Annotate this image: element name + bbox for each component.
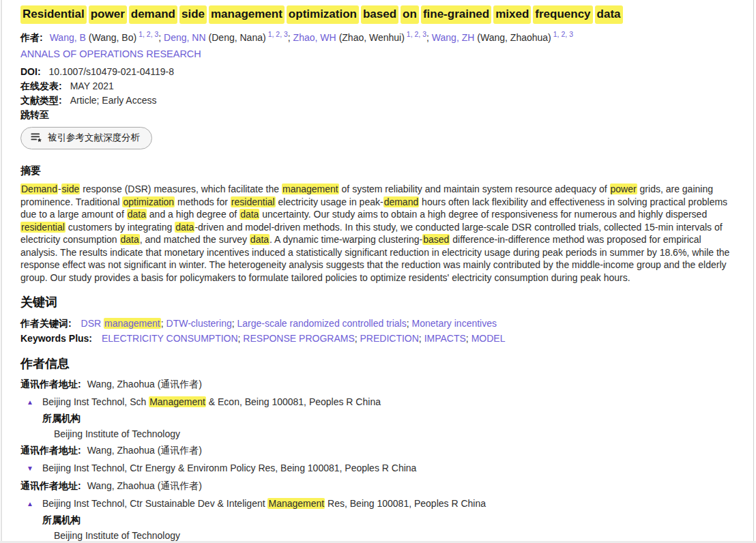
corresponding-address-label: 通讯作者地址:: [20, 379, 81, 390]
keyword-separator: ;: [161, 318, 166, 329]
author-affiliation-sup[interactable]: 1, 2, 3: [553, 30, 573, 38]
keyword-separator: ;: [232, 318, 237, 329]
highlighted-term: power: [610, 184, 637, 194]
collapse-triangle-icon[interactable]: ▲: [27, 396, 35, 409]
address-row: ▲Beijing Inst Technol, Ctr Sustainable D…: [20, 497, 734, 510]
author-information-heading: 作者信息: [20, 355, 734, 372]
author-keywords-label: 作者关键词:: [20, 318, 72, 329]
highlighted-term: demand: [383, 196, 420, 207]
citation-analysis-button[interactable]: 被引参考文献深度分析: [20, 127, 152, 149]
highlighted-term: management: [282, 184, 339, 194]
author-affiliation-sup[interactable]: 1, 2, 3: [268, 30, 288, 38]
text-segment: Beijing Inst Technol, Ctr Energy & Envir…: [42, 463, 416, 473]
address-row: ▲Beijing Inst Technol, Sch Management & …: [20, 396, 734, 409]
keywords-plus-link[interactable]: RESPONSE PROGRAMS: [243, 333, 354, 344]
field-value: 10.1007/s10479-021-04119-8: [49, 66, 174, 77]
highlighted-term: management: [104, 318, 161, 329]
article-record-card: Residentialpowerdemandsidemanagementopti…: [0, 0, 756, 543]
keywords-plus-link[interactable]: IMPACTS: [424, 333, 466, 344]
expand-triangle-icon[interactable]: ▼: [27, 462, 35, 475]
title-word: frequency: [533, 5, 592, 24]
address-text: Beijing Inst Technol, Ctr Sustainable De…: [42, 498, 486, 509]
highlighted-term: optimization: [122, 196, 175, 207]
author-separator: ;: [158, 32, 164, 43]
keyword-separator: ;: [419, 333, 424, 344]
address-text: Beijing Inst Technol, Ctr Energy & Envir…: [42, 463, 416, 473]
right-edge-divider: [753, 0, 754, 543]
corresponding-address-row: 通讯作者地址:Wang, Zhaohua (通讯作者): [20, 444, 734, 457]
collapse-triangle-icon[interactable]: ▲: [27, 497, 35, 510]
text-segment: Beijing Inst Technol, Sch: [42, 396, 149, 407]
address-text: Beijing Inst Technol, Sch Management & E…: [42, 396, 381, 407]
highlighted-term: based: [422, 234, 450, 245]
journal-name[interactable]: ANNALS OF OPERATIONS RESEARCH: [20, 48, 201, 59]
list-star-icon: [31, 132, 42, 143]
meta-fields: DOI:10.1007/s10479-021-04119-8在线发表:MAY 2…: [20, 65, 734, 107]
text-segment: , and matched the survey: [140, 234, 250, 245]
author-affiliation-sup[interactable]: 1, 2, 3: [139, 30, 158, 38]
corresponding-author-name: Wang, Zhaohua (通讯作者): [87, 480, 202, 491]
author-full-name: (Wang, Bo): [89, 32, 136, 43]
author-full-name: (Wang, Zhaohua): [477, 32, 551, 43]
jump-to-label: 跳转至: [20, 108, 734, 121]
highlighted-term: data: [175, 222, 194, 233]
highlighted-term: data: [120, 234, 140, 245]
author-keyword-link[interactable]: DTW-clustering: [166, 318, 232, 329]
text-segment: uncertainty. Our study aims to obtain a …: [259, 209, 707, 220]
keywords-heading: 关键词: [20, 294, 734, 310]
text-segment: DSR: [81, 318, 104, 329]
title-word: demand: [129, 5, 177, 24]
field-label: DOI:: [20, 66, 41, 77]
corresponding-address-row: 通讯作者地址:Wang, Zhaohua (通讯作者): [20, 378, 734, 391]
abstract-heading: 摘要: [20, 164, 734, 177]
keyword-separator: ;: [355, 333, 360, 344]
author-separator: ;: [288, 32, 293, 43]
keywords-plus-link[interactable]: PREDICTION: [360, 333, 419, 344]
author-link[interactable]: Wang, B: [50, 32, 86, 43]
corresponding-address-label: 通讯作者地址:: [20, 480, 81, 491]
author-keyword-link[interactable]: DSR management: [81, 318, 161, 329]
meta-field-row: DOI:10.1007/s10479-021-04119-8: [20, 65, 734, 78]
authors-label: 作者:: [20, 32, 43, 43]
author-keywords-row: 作者关键词: DSR management; DTW-clustering; L…: [20, 317, 734, 330]
corresponding-address-row: 通讯作者地址:Wang, Zhaohua (通讯作者): [20, 480, 734, 493]
title-word: power: [89, 5, 127, 24]
text-segment: DTW-clustering: [166, 318, 232, 329]
citation-analysis-label: 被引参考文献深度分析: [48, 132, 140, 144]
text-segment: methods for: [175, 196, 231, 207]
keywords-plus-link[interactable]: ELECTRICITY CONSUMPTION: [102, 333, 238, 344]
text-segment: of system reliability and maintain syste…: [339, 184, 610, 194]
highlighted-term: side: [61, 184, 81, 194]
author-link[interactable]: Zhao, WH: [293, 32, 336, 43]
corresponding-author-name: Wang, Zhaohua (通讯作者): [87, 379, 202, 390]
author-keyword-link[interactable]: Monetary incentives: [412, 318, 497, 329]
keywords-plus-row: Keywords Plus: ELECTRICITY CONSUMPTION; …: [20, 332, 734, 345]
author-keyword-link[interactable]: Large-scale randomized controlled trials: [237, 318, 407, 329]
corresponding-author-name: Wang, Zhaohua (通讯作者): [87, 445, 202, 456]
highlighted-term: data: [127, 209, 147, 220]
journal-link[interactable]: ANNALS OF OPERATIONS RESEARCH: [20, 48, 734, 59]
address-row: ▼Beijing Inst Technol, Ctr Energy & Envi…: [20, 462, 734, 475]
corresponding-address-label: 通讯作者地址:: [20, 445, 81, 456]
left-edge-divider: [1, 0, 2, 543]
field-label: 文献类型:: [20, 95, 62, 106]
highlighted-term: residential: [231, 196, 276, 207]
text-segment: customers by integrating: [66, 222, 175, 233]
text-segment: and a high degree of: [147, 209, 239, 220]
author-link[interactable]: Deng, NN: [164, 32, 205, 43]
highlighted-term: Management: [267, 498, 325, 509]
organization-label: 所属机构: [20, 514, 734, 527]
keyword-separator: ;: [466, 333, 471, 344]
title-word: data: [595, 5, 623, 24]
author-link[interactable]: Wang, ZH: [432, 32, 475, 43]
keywords-plus-link[interactable]: MODEL: [471, 333, 506, 344]
title-word: fine-grained: [421, 5, 491, 24]
text-segment: electricity usage in peak-: [276, 196, 383, 207]
keywords-plus-list: ELECTRICITY CONSUMPTION; RESPONSE PROGRA…: [102, 333, 506, 344]
authors-list: Wang, B(Wang, Bo)1, 2, 3; Deng, NN(Deng,…: [50, 32, 573, 43]
abstract-text: Demand-side response (DSR) measures, whi…: [20, 183, 734, 284]
article-record-page: Residentialpowerdemandsidemanagementopti…: [0, 0, 756, 543]
author-affiliation-sup[interactable]: 1, 2, 3: [407, 30, 426, 38]
organization-name: Beijing Institute of Technology: [20, 530, 734, 541]
meta-field-row: 文献类型:Article; Early Access: [20, 93, 734, 107]
